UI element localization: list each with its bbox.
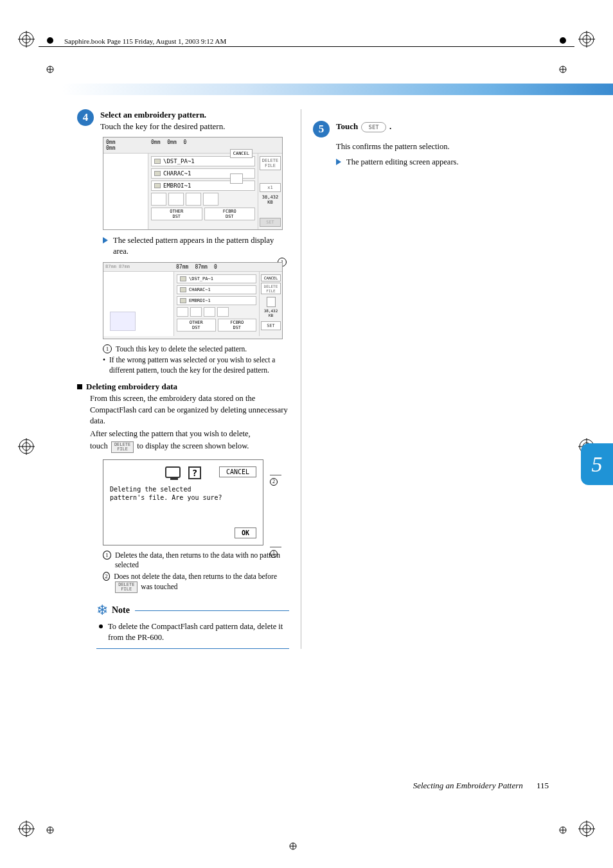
- note-body-text: To delete the CompactFlash card pattern …: [108, 621, 289, 643]
- chapter-tab: 5: [581, 443, 613, 485]
- crop-dot: [559, 64, 567, 72]
- set-button[interactable]: SET: [260, 218, 281, 227]
- header-gradient: [0, 84, 613, 95]
- step5-title-a: Touch: [336, 121, 360, 131]
- crop-dot: [46, 64, 54, 72]
- kb-value: 38,432: [262, 195, 278, 200]
- btn-fcbro[interactable]: FCBRODST: [218, 319, 257, 332]
- page-footer: Selecting an Embroidery Pattern 115: [413, 781, 549, 791]
- top-mm2: 0mm: [167, 139, 176, 145]
- dim-h2: 87mm: [105, 264, 116, 269]
- column-divider: [301, 109, 301, 649]
- delete-para1: From this screen, the embroidery data st…: [90, 393, 289, 427]
- crop-dot: [289, 841, 297, 849]
- card-icon: [267, 297, 276, 307]
- step4-title: Select an embroidery pattern.: [100, 110, 206, 120]
- header-rule: [39, 46, 574, 47]
- step-4: 4 Select an embroidery pattern. Touch th…: [77, 109, 289, 132]
- btn-other[interactable]: OTHERDST: [177, 319, 216, 332]
- section-deleting-data: Deleting embroidery data: [77, 382, 289, 392]
- set-pill-button: SET: [361, 122, 386, 132]
- path-row[interactable]: \DST_PA~1: [177, 274, 256, 283]
- note-label: Note: [112, 605, 130, 616]
- kb-unit: KB: [267, 200, 272, 205]
- step-number-4: 4: [77, 109, 94, 126]
- up-folder-button[interactable]: [230, 173, 243, 184]
- annotation-1: 1 Touch this key to delete the selected …: [103, 344, 289, 355]
- callout-1: 1: [270, 543, 289, 558]
- step-number-5: 5: [313, 121, 330, 137]
- top-n: 0: [184, 139, 187, 145]
- btn-other[interactable]: OTHERDST: [151, 208, 202, 220]
- thumb[interactable]: [168, 193, 184, 206]
- crop-dot: [559, 35, 567, 43]
- step5-p1: This confirms the pattern selection.: [336, 141, 525, 153]
- thumb[interactable]: [203, 193, 218, 206]
- bullet-icon: [99, 624, 103, 628]
- dialog-ok-button[interactable]: OK: [235, 527, 256, 538]
- dim-w: 0mm: [106, 145, 151, 151]
- step5-result: The pattern editing screen appears.: [336, 157, 525, 168]
- crop-dot: [46, 825, 54, 833]
- note-box: ❄ Note To delete the CompactFlash card p…: [96, 602, 289, 649]
- ui-screenshot-1: 0mm 0mm 0mm 0mm 0 \DST_PA~1 CHARAC~1 EMB…: [103, 137, 283, 230]
- footer-page-number: 115: [537, 781, 549, 790]
- print-header: Sapphire.book Page 115 Friday, August 1,…: [64, 37, 226, 45]
- ui-screenshot-2: 87mm 87mm 87mm 87mm 0 \DST_PA~1: [103, 262, 283, 339]
- cancel-button[interactable]: CANCEL: [261, 274, 281, 281]
- pattern-preview: [110, 312, 136, 331]
- svg-point-25: [560, 37, 566, 44]
- cancel-button[interactable]: CANCEL: [230, 149, 253, 158]
- thumb[interactable]: [151, 193, 166, 206]
- triangle-bullet-icon: [103, 237, 108, 244]
- registration-mark: [578, 820, 595, 837]
- dialog-message-line1: Deleting the selected: [110, 485, 256, 493]
- registration-mark: [18, 438, 35, 455]
- dim-h: 0mm: [106, 139, 151, 145]
- file-embroi[interactable]: EMBROI~1: [177, 296, 256, 305]
- delete-file-inline-button: DELETEFILE: [111, 441, 134, 453]
- footer-title: Selecting an Embroidery Pattern: [413, 781, 523, 790]
- result-selected-pattern: The selected pattern appears in the patt…: [103, 235, 289, 257]
- delete-file-button[interactable]: DELETE FILE: [261, 283, 281, 294]
- triangle-bullet-icon: [336, 159, 341, 165]
- top-mm1: 0mm: [151, 139, 160, 145]
- svg-point-24: [47, 37, 53, 44]
- dialog-cancel-button[interactable]: CANCEL: [219, 466, 256, 477]
- registration-mark: [18, 820, 35, 837]
- annotation-bullet: • If the wrong pattern was selected or y…: [103, 355, 289, 375]
- btn-fcbro[interactable]: FCBRODST: [204, 208, 256, 220]
- step5-title-b: .: [389, 121, 391, 131]
- callout-2: 2: [270, 471, 289, 486]
- delete-para2b: touch DELETEFILE to display the screen s…: [90, 441, 289, 452]
- delete-file-inline-button: DELETEFILE: [115, 581, 138, 593]
- snowflake-icon: ❄: [96, 602, 108, 619]
- crop-dot: [46, 35, 54, 43]
- set-button[interactable]: SET: [261, 321, 281, 330]
- step4-subtitle: Touch the key for the desired pattern.: [100, 121, 225, 131]
- dim-w2: 87mm: [119, 264, 130, 269]
- dialog-anno-2: 2 Does not delete the data, then returns…: [103, 572, 289, 594]
- crop-dot: [559, 825, 567, 833]
- thumb[interactable]: [186, 193, 201, 206]
- registration-mark: [18, 31, 35, 48]
- question-icon: ?: [188, 466, 201, 479]
- file-charac[interactable]: CHARAC~1: [177, 285, 256, 294]
- dialog-anno-1: 1 Deletes the data, then returns to the …: [103, 551, 289, 571]
- computer-icon: [165, 466, 181, 478]
- registration-mark: [578, 31, 595, 48]
- dialog-message-line2: pattern's file. Are you sure?: [110, 493, 256, 502]
- zoom-x1[interactable]: x1: [260, 183, 281, 192]
- delete-file-button[interactable]: DELETE FILE: [260, 156, 281, 170]
- step-5: 5 Touch SET .: [313, 121, 525, 137]
- confirm-dialog: CANCEL ? Deleting the selected pattern's…: [103, 459, 263, 545]
- square-bullet-icon: [77, 384, 82, 389]
- delete-para2a: After selecting the pattern that you wis…: [90, 429, 289, 440]
